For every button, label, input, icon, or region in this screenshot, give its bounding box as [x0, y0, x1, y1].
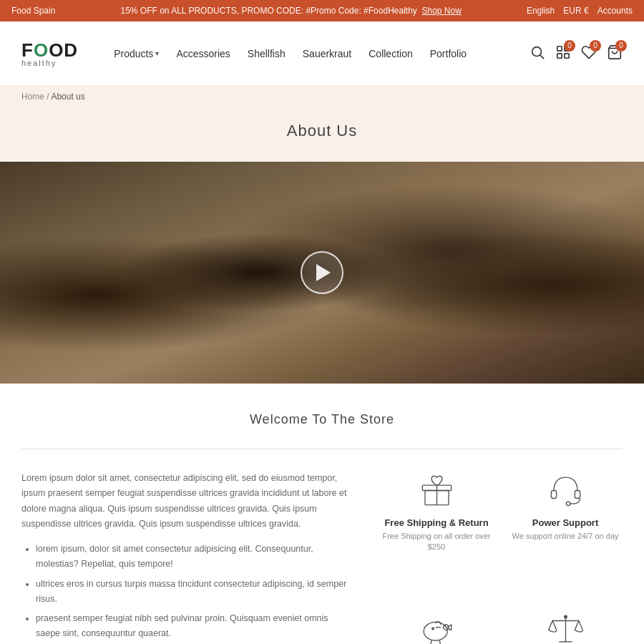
welcome-divider — [21, 449, 623, 449]
features-column: Free Shipping & Return Free Shipping on … — [379, 471, 623, 644]
breadcrumb-current: About us — [51, 92, 84, 102]
list-item-2: praesent semper feugiat nibh sed pulvina… — [36, 611, 351, 642]
feature-support-desc: We support online 24/7 on day — [512, 531, 618, 542]
search-icon — [530, 44, 545, 60]
svg-line-15 — [430, 640, 431, 644]
about-title-section: About Us — [0, 107, 644, 162]
text-column: Lorem ipsum dolor sit amet, consectetur … — [21, 471, 351, 644]
logo-healthy: healthy — [21, 59, 57, 67]
top-bar: Food Spain 15% OFF on ALL PRODUCTS, PROM… — [0, 0, 644, 21]
nav-products[interactable]: Products ▾ — [114, 48, 159, 59]
svg-rect-5 — [565, 53, 569, 57]
svg-line-16 — [439, 640, 441, 644]
promo-text: 15% OFF on ALL PRODUCTS, PROMO CODE: #Pr… — [55, 6, 527, 16]
list-item-0: lorem ipsum, dolor sit amet consectetur … — [36, 542, 351, 572]
feature-money: Money Guarantee 25 days money back guara… — [379, 609, 494, 644]
nav-portfolio[interactable]: Portfolio — [430, 48, 467, 59]
svg-point-22 — [564, 616, 567, 619]
wishlist-count: 0 — [590, 40, 601, 52]
svg-rect-4 — [557, 53, 562, 57]
feature-shipping-title: Free Shipping & Return — [384, 517, 488, 528]
svg-point-17 — [431, 628, 434, 630]
compare-button[interactable]: 0 — [555, 44, 571, 63]
main-content: Welcome To The Store Lorem ipsum dolor s… — [0, 384, 644, 644]
list-item-1: ultrices eros in cursus turpis massa tin… — [36, 577, 351, 608]
feature-shipping: Free Shipping & Return Free Shipping on … — [379, 471, 494, 587]
nav-accessories[interactable]: Accessories — [176, 48, 230, 59]
feature-support-title: Power Support — [532, 517, 598, 528]
feature-payment: Payment Secured All payment secured and … — [508, 609, 623, 644]
wishlist-button[interactable]: 0 — [581, 44, 597, 63]
svg-line-1 — [540, 55, 544, 59]
logo-o: O — [34, 39, 49, 61]
about-paragraph-1: Lorem ipsum dolor sit amet, consectetur … — [21, 471, 351, 532]
cart-button[interactable]: 0 — [607, 44, 623, 63]
language-selector[interactable]: English — [527, 6, 555, 16]
about-list: lorem ipsum, dolor sit amet consectetur … — [21, 542, 351, 644]
search-button[interactable] — [530, 44, 545, 63]
play-icon — [316, 264, 331, 281]
svg-point-0 — [532, 47, 542, 56]
header-icons: 0 0 0 — [530, 44, 623, 63]
about-title: About Us — [0, 122, 644, 140]
piggy-icon — [417, 609, 457, 644]
shop-now-link[interactable]: Shop Now — [422, 6, 462, 16]
svg-rect-2 — [557, 46, 562, 50]
breadcrumb: Home / About us — [0, 86, 644, 107]
headset-icon — [546, 471, 585, 510]
video-section[interactable] — [0, 162, 644, 384]
account-link[interactable]: Accounts — [597, 6, 633, 16]
gift-icon — [417, 471, 457, 510]
store-name: Food Spain — [11, 6, 55, 16]
header: FOOD healthy Products ▾ Accessories Shel… — [0, 21, 644, 86]
currency-selector[interactable]: EUR € — [563, 6, 588, 16]
compare-count: 0 — [564, 40, 575, 52]
svg-rect-11 — [575, 491, 580, 499]
feature-shipping-desc: Free Shipping on all order over $250 — [379, 531, 494, 553]
scale-icon — [546, 609, 585, 644]
breadcrumb-home[interactable]: Home — [21, 92, 44, 102]
content-row: Lorem ipsum dolor sit amet, consectetur … — [21, 471, 623, 644]
nav-shellfish[interactable]: Shellfish — [248, 48, 286, 59]
main-nav: Products ▾ Accessories Shellfish Sauerkr… — [114, 48, 515, 59]
svg-rect-10 — [551, 491, 556, 499]
nav-sauerkraut[interactable]: Sauerkraut — [303, 48, 351, 59]
welcome-heading: Welcome To The Store — [21, 412, 623, 427]
svg-point-13 — [424, 623, 447, 641]
logo[interactable]: FOOD healthy — [21, 39, 78, 67]
play-button[interactable] — [301, 251, 343, 294]
cart-count: 0 — [615, 40, 627, 52]
feature-support: Power Support We support online 24/7 on … — [508, 471, 623, 587]
breadcrumb-separator: / — [47, 92, 49, 102]
top-bar-right: English EUR € Accounts — [527, 6, 633, 16]
welcome-section: Welcome To The Store — [21, 412, 623, 427]
products-dropdown-arrow: ▾ — [155, 49, 159, 57]
nav-collection[interactable]: Collection — [369, 48, 412, 59]
